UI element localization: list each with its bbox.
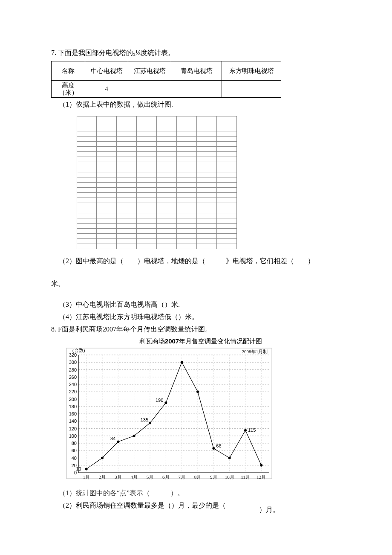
svg-text:260: 260 bbox=[69, 375, 77, 380]
svg-text:8月: 8月 bbox=[194, 474, 202, 479]
cell-col1: 中心电视塔 bbox=[85, 61, 128, 81]
svg-point-68 bbox=[149, 422, 151, 424]
svg-text:7月: 7月 bbox=[178, 474, 185, 479]
svg-text:4月: 4月 bbox=[130, 474, 138, 479]
table-row: 高度（米） 4 bbox=[52, 81, 281, 98]
q7-sub2a: （2）图中最高的是（ ）电视塔，地矮的是（ 》电视塔，它们相差（ ） bbox=[51, 257, 341, 266]
svg-text:11月: 11月 bbox=[241, 474, 250, 479]
cell-v4 bbox=[222, 81, 281, 98]
svg-text:6月: 6月 bbox=[162, 474, 170, 479]
svg-text:135: 135 bbox=[141, 417, 148, 422]
q8-title: 8. F面是利民商场2007年每个月传出空调数量统计图。 bbox=[51, 325, 341, 334]
svg-text:5月: 5月 bbox=[147, 474, 154, 479]
svg-text:115: 115 bbox=[248, 427, 256, 433]
table-row: 名称 中心电视塔 江苏电视塔 青岛电视塔 东方明珠电视塔 bbox=[52, 61, 281, 81]
cell-col4: 东方明珠电视塔 bbox=[222, 61, 281, 81]
svg-point-73 bbox=[196, 390, 199, 393]
svg-text:140: 140 bbox=[69, 418, 77, 424]
svg-text:200: 200 bbox=[69, 397, 77, 402]
q8-sub2b: ）月。 bbox=[259, 506, 280, 513]
svg-text:190: 190 bbox=[156, 398, 163, 403]
q7-sub3: （3）中心电视塔比百岛电视塔高（）米. bbox=[51, 300, 341, 309]
svg-point-64 bbox=[101, 457, 104, 459]
q8-sub2a: （2）利民商场销住空调数量最多是（）月，最少的是（ bbox=[59, 502, 226, 509]
svg-point-76 bbox=[228, 457, 231, 459]
blank-grid bbox=[77, 116, 341, 249]
svg-text:280: 280 bbox=[69, 367, 77, 372]
svg-point-77 bbox=[244, 429, 247, 432]
svg-text:66: 66 bbox=[216, 443, 221, 448]
cell-v1: 4 bbox=[85, 81, 128, 98]
svg-text:180: 180 bbox=[69, 404, 77, 409]
q7-title: 7. 下面是我国部分电视塔的₁⅛度统计表。 bbox=[51, 49, 341, 58]
svg-point-62 bbox=[85, 468, 88, 470]
svg-point-67 bbox=[133, 435, 135, 437]
svg-text:3月: 3月 bbox=[115, 474, 122, 479]
svg-text:1月: 1月 bbox=[83, 474, 90, 479]
svg-text:100: 100 bbox=[69, 433, 77, 439]
q8-sub2: （2）利民商场销住空调数量最多是（）月，最少的是（ ）月。 bbox=[51, 501, 341, 510]
svg-text:80: 80 bbox=[72, 441, 77, 446]
line-chart: 2008年1月制(台数)0204060801001201401601802002… bbox=[61, 346, 274, 486]
svg-point-74 bbox=[212, 447, 215, 450]
svg-text:84: 84 bbox=[110, 436, 115, 441]
q8-sub1: （1）统计图中的各“点”表示（ ）。 bbox=[51, 489, 341, 498]
svg-text:220: 220 bbox=[69, 389, 77, 394]
svg-point-70 bbox=[164, 401, 167, 404]
q7-sub2b: 米。 bbox=[51, 279, 341, 288]
chart-title-post: 年月售空调量变化情况配计图 bbox=[179, 338, 262, 345]
svg-text:300: 300 bbox=[69, 360, 77, 365]
svg-point-79 bbox=[260, 464, 262, 467]
svg-text:10: 10 bbox=[76, 466, 81, 471]
q7-sub4: （4）江苏电视塔比东方明珠电视塔低（）米。 bbox=[51, 313, 341, 322]
svg-text:60: 60 bbox=[72, 448, 77, 453]
cell-v2 bbox=[128, 81, 171, 98]
svg-text:2月: 2月 bbox=[99, 474, 106, 479]
cell-name-label: 名称 bbox=[52, 61, 85, 81]
chart-wrap: 利瓦商场2007年月售空调量变化情况配计图 2008年1月制(台数)020406… bbox=[61, 337, 341, 486]
svg-text:240: 240 bbox=[69, 382, 77, 387]
cell-height-label: 高度（米） bbox=[52, 81, 85, 98]
svg-rect-0 bbox=[66, 348, 272, 479]
svg-text:160: 160 bbox=[69, 411, 77, 416]
svg-text:9月: 9月 bbox=[210, 474, 217, 479]
svg-text:320: 320 bbox=[69, 352, 77, 357]
svg-text:40: 40 bbox=[72, 456, 77, 461]
cell-col2: 江苏电视塔 bbox=[128, 61, 171, 81]
chart-title-pre: 利瓦商场 bbox=[139, 338, 165, 345]
q7-table: 名称 中心电视塔 江苏电视塔 青岛电视塔 东方明珠电视塔 高度（米） 4 bbox=[51, 61, 281, 98]
chart-title: 利瓦商场2007年月售空调量变化情况配计图 bbox=[61, 337, 341, 346]
svg-text:12月: 12月 bbox=[257, 474, 266, 479]
svg-text:120: 120 bbox=[69, 426, 77, 431]
svg-point-65 bbox=[117, 441, 119, 443]
cell-v3 bbox=[171, 81, 222, 98]
chart-title-year: 2007 bbox=[165, 337, 179, 345]
cell-col3: 青岛电视塔 bbox=[171, 61, 222, 81]
svg-text:2008年1月制: 2008年1月制 bbox=[242, 349, 268, 354]
q7-sub1: （1）依据上表中的数据，做出统计图. bbox=[51, 100, 341, 109]
svg-text:10月: 10月 bbox=[225, 474, 234, 479]
svg-point-72 bbox=[181, 361, 183, 363]
